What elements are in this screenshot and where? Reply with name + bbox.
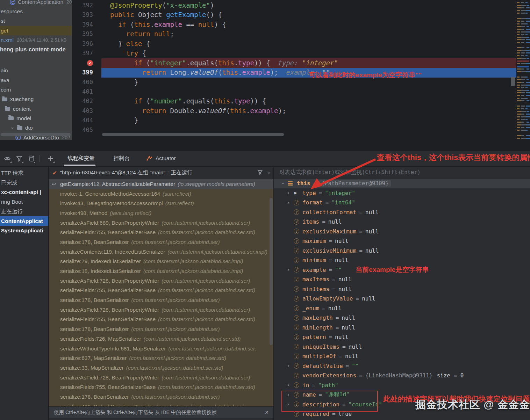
expand-chevron-icon[interactable] [287, 200, 294, 206]
tree-item[interactable]: get [0, 26, 72, 35]
tree-item[interactable] [0, 55, 72, 66]
close-icon[interactable]: × [265, 409, 268, 416]
variable-row[interactable]: minimum = null [274, 255, 530, 265]
stack-frame-row[interactable]: ↩ serializeAsField:728, BeanPropertyWrit… [49, 305, 273, 315]
code-line[interactable]: return null; [101, 29, 518, 39]
stack-frame-row[interactable]: ↩ serialize:178, BeanSerializer (com.fas… [49, 237, 273, 247]
variable-row[interactable]: exclusiveMaximum = null [274, 227, 530, 237]
stack-frame-row[interactable]: ↩ serializeFields:755, BeanSerializerBas… [49, 286, 273, 296]
variable-row[interactable]: description = "courseId" [274, 400, 530, 410]
minimap[interactable] [516, 0, 530, 151]
stack-frame-row[interactable]: ↩ serialize:178, BeanSerializer (com.fas… [49, 324, 273, 334]
thread-filter-icon[interactable] [257, 169, 263, 177]
stack-frame-row[interactable]: ↩ serializeWithoutTypeInfo:681, MapSeria… [49, 344, 273, 354]
code-line[interactable]: } [101, 78, 518, 87]
stack-frame-row[interactable]: ↩ serialize:33, MapSerializer (com.faste… [49, 363, 273, 373]
stack-frame-row[interactable]: ↩ serializeAsField:689, BeanPropertyWrit… [49, 218, 273, 228]
code-line[interactable]: if ("integer".equals(this.type)) { type:… [101, 58, 518, 68]
service-item[interactable]: ContentApplicat [0, 216, 48, 226]
tree-item[interactable]: esources [0, 7, 72, 16]
stack-frame-row[interactable]: ↩ invoke:498, Method (java.lang.reflect) [49, 208, 273, 218]
tree-item[interactable]: ain [0, 66, 72, 75]
code-line[interactable]: } else { [101, 39, 518, 49]
expand-chevron-icon[interactable] [287, 190, 294, 196]
variable-row[interactable]: maxItems = null [274, 275, 530, 284]
variable-row[interactable]: collectionFormat = null [274, 208, 530, 217]
code-line[interactable]: return Long.valueOf(this.example); examp… [101, 68, 518, 77]
variable-row[interactable]: multipleOf = null [274, 352, 530, 361]
variable-row[interactable]: pattern = null [274, 332, 530, 342]
code-line[interactable]: public Object getExample() { [101, 10, 518, 20]
stack-frame-row[interactable]: ↩ serializeAsField:728, BeanPropertyWrit… [49, 373, 273, 383]
tree-horizontal-scrollbar[interactable] [1, 133, 71, 136]
stack-frame-row[interactable]: ↩ invoke:43, DelegatingMethodAccessorImp… [49, 198, 273, 208]
variable-row[interactable]: maxLength = null [274, 313, 530, 323]
editor-horizontal-scrollbar[interactable] [102, 133, 284, 136]
variable-row[interactable]: maximum = null [274, 236, 530, 246]
gutter-line[interactable]: 395 [72, 29, 101, 39]
expand-chevron-icon[interactable] [287, 382, 294, 388]
copy-stack-icon[interactable] [27, 154, 36, 163]
evaluate-expression-input[interactable]: 对表达式求值(Enter)或添加监视(Ctrl+Shift+Enter) [274, 167, 530, 179]
gutter-line[interactable]: 403 [72, 106, 101, 116]
tree-item[interactable]: ContentApplication 202 [0, 0, 72, 7]
watch-icon[interactable] [3, 154, 12, 163]
variable-row[interactable]: _enum = null [274, 304, 530, 313]
gutter-line[interactable]: 396 [72, 39, 101, 49]
gutter-line[interactable]: 394 [72, 20, 101, 29]
stack-frame-row[interactable]: ↩ invoke:-1, GeneratedMethodAccessor164 … [49, 189, 273, 199]
tree-item[interactable]: content [0, 104, 72, 114]
code-line[interactable]: } [101, 116, 518, 125]
variable-row[interactable]: minItems = null [274, 284, 530, 294]
tree-item[interactable]: heng-plus-content-mode [0, 45, 72, 54]
code-line[interactable]: @JsonProperty("x-example") [101, 1, 518, 10]
variable-row[interactable]: minLength = null [274, 323, 530, 333]
gutter-line[interactable]: 399 [72, 68, 101, 77]
stack-frame-row[interactable]: ↩ serializeFields:755, BeanSerializerBas… [49, 382, 273, 392]
service-item[interactable]: TTP 请求 [0, 168, 48, 178]
service-item[interactable]: ring Boot [0, 197, 48, 207]
stack-frame-row[interactable]: ↩ serializeContents:119, IndexedListSeri… [49, 247, 273, 257]
tree-item[interactable]: com [0, 85, 72, 94]
expand-chevron-icon[interactable] [281, 180, 288, 187]
debug-tab[interactable]: 线程和变量 [64, 151, 95, 166]
stack-frame-row[interactable]: ↩ serialize:178, BeanSerializer (com.fas… [49, 392, 273, 402]
debug-tab[interactable]: 控制台 [110, 151, 131, 166]
variable-row[interactable]: format = "int64" [274, 198, 530, 208]
gutter-line[interactable]: 404 [72, 116, 101, 125]
variable-row[interactable]: name = "课程Id" [274, 390, 530, 400]
stack-frame-row[interactable]: ↩ serializeFields:726, MapSerializer (co… [49, 334, 273, 344]
stack-frame-row[interactable]: ↩ serializeAsField:728, BeanPropertyWrit… [49, 276, 273, 286]
code-line[interactable] [101, 87, 518, 96]
variable-row[interactable]: uniqueItems = null [274, 342, 530, 352]
stack-frame-row[interactable]: ↩ serialize:178, BeanSerializer (com.fas… [49, 295, 273, 305]
gutter-line[interactable]: 397 [72, 49, 101, 58]
tree-item[interactable]: model [0, 114, 72, 123]
variable-row[interactable]: required = true [274, 409, 530, 419]
service-item[interactable]: 正在运行 [0, 207, 48, 216]
expand-chevron-icon[interactable] [287, 401, 294, 407]
gutter-line[interactable]: 393 [72, 10, 101, 20]
variable-row[interactable]: type = "integer" [274, 188, 530, 198]
stack-frame-row[interactable]: ↩ serializeFields:755, BeanSerializerBas… [49, 315, 273, 325]
gutter-line[interactable]: 402 [72, 96, 101, 106]
variable-row[interactable]: exclusiveMinimum = null [274, 246, 530, 256]
variable-row[interactable]: example = "" 当前example是空字符串 [274, 265, 530, 275]
gutter-line[interactable]: 398 [72, 58, 101, 68]
thread-dropdown-icon[interactable]: › [266, 172, 272, 174]
debug-tab[interactable]: Actuator [145, 151, 177, 166]
frames-scrollbar[interactable] [270, 198, 273, 345]
tree-item[interactable]: st [0, 16, 72, 26]
gutter-line[interactable]: 392 [72, 1, 101, 10]
service-item[interactable]: xc-content-api | [0, 187, 48, 197]
expand-chevron-icon[interactable] [287, 392, 294, 398]
code-line[interactable]: if (this.example == null) { [101, 20, 518, 29]
gutter-line[interactable]: 405 [72, 125, 101, 135]
variable-row[interactable]: defaultValue = "" [274, 361, 530, 371]
tree-item[interactable]: xuecheng [0, 95, 72, 104]
tree-item[interactable]: dto [0, 123, 72, 133]
thread-selector[interactable]: ✔ "http-nio-63040-exec-4"@8,124 在组 "main… [49, 167, 273, 179]
stack-frame-row[interactable]: ↩ serialize:79, IndexedListSerializer (c… [49, 257, 273, 267]
gutter-line[interactable]: 401 [72, 87, 101, 96]
service-item[interactable]: SystemApplicati [0, 226, 48, 236]
